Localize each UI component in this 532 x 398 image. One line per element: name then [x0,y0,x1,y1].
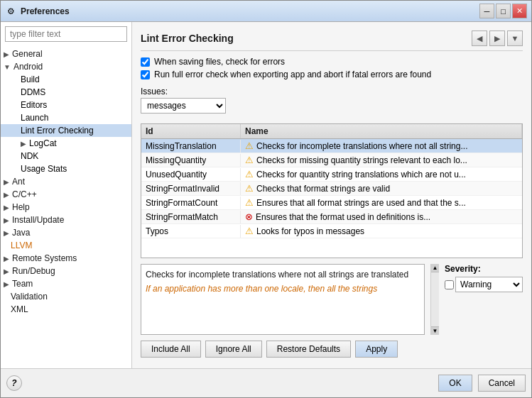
sidebar-item-remote-systems[interactable]: ▶ Remote Systems [1,252,131,265]
severity-panel: Severity: Warning Error Information Igno… [445,264,523,335]
cell-name-text: Checks for incomplete translations where… [256,141,467,151]
table-row[interactable]: StringFormatInvalid ⚠ Checks that format… [141,182,522,196]
warning-icon: ⚠ [245,169,254,179]
usage-stats-label: Usage Stats [21,164,67,174]
run-full-check-checkbox[interactable] [141,70,150,79]
table-row[interactable]: StringFormatCount ⚠ Ensures that all for… [141,196,522,210]
sidebar-item-ant[interactable]: ▶ Ant [1,175,131,188]
bottom-panel: Checks for incomplete translations where… [141,264,523,335]
apply-button[interactable]: Apply [355,341,398,358]
sb-top[interactable]: ▲ [431,264,439,272]
warning-icon: ⚠ [245,140,254,151]
cell-name: ⚠ Checks that format strings are valid [241,182,522,195]
filter-input[interactable] [5,26,127,42]
remote-label: Remote Systems [12,253,77,263]
table-row[interactable]: Typos ⚠ Looks for typos in messages [141,224,522,238]
cancel-button[interactable]: Cancel [478,375,526,392]
sb-bottom[interactable]: ▼ [431,326,439,335]
cell-name-text: Checks for missing quantity strings rele… [256,155,467,165]
ignore-all-button[interactable]: Ignore All [205,341,262,358]
restore-defaults-button[interactable]: Restore Defaults [266,341,351,358]
check-on-save-checkbox[interactable] [141,57,150,67]
sidebar-item-usage-stats[interactable]: Usage Stats [1,162,131,175]
issues-select[interactable]: messages [141,98,226,114]
sidebar-group-android: ▼ Android Build DDMS Editors Launch [1,60,131,175]
launch-label: Launch [21,113,48,123]
issues-label: Issues: [141,87,523,96]
sidebar-item-run-debug[interactable]: ▶ Run/Debug [1,265,131,277]
cell-id: UnusedQuantity [141,168,241,181]
help-area: ? [6,375,22,391]
llvm-label: LLVM [11,241,32,250]
table-row[interactable]: StringFormatMatch ⊗ Ensures that the for… [141,210,522,224]
cell-name-text: Checks that format strings are valid [256,184,390,194]
sidebar-item-help[interactable]: ▶ Help [1,201,131,214]
table-header: Id Name [141,124,522,139]
cell-name-text: Ensures that all format strings are used… [256,198,466,208]
preferences-window: ⚙ Preferences ─ □ ✕ ▶ General ▼ And [0,0,532,398]
issues-table: Id Name MissingTranslation ⚠ Checks for … [141,123,523,258]
table-row[interactable]: UnusedQuantity ⚠ Checks for quantity str… [141,167,522,182]
cell-id: StringFormatInvalid [141,182,241,195]
sidebar-item-logcat[interactable]: ▶ LogCat [1,137,131,150]
sidebar-item-editors[interactable]: Editors [1,99,131,111]
issues-select-wrapper: messages [141,98,523,119]
sidebar-item-launch[interactable]: Launch [1,111,131,124]
description-scrollbar[interactable]: ▲ ▼ [430,264,439,335]
back-button[interactable]: ◀ [472,31,487,46]
warning-icon: ⚠ [245,197,254,208]
severity-select[interactable]: Warning Error Information Ignore [455,277,523,292]
table-row[interactable]: MissingTranslation ⚠ Checks for incomple… [141,139,522,153]
cell-id: StringFormatCount [141,197,241,209]
tree: ▶ General ▼ Android Build DDMS [1,46,131,368]
sidebar: ▶ General ▼ Android Build DDMS [1,22,132,368]
sidebar-item-android[interactable]: ▼ Android [1,60,131,73]
dropdown-button[interactable]: ▼ [507,31,523,46]
forward-button[interactable]: ▶ [489,31,505,46]
sidebar-item-java[interactable]: ▶ Java [1,226,131,239]
expand-arrow-team: ▶ [4,280,9,288]
sidebar-item-validation[interactable]: Validation [1,290,131,303]
maximize-button[interactable]: □ [496,4,511,18]
run-full-check-row: Run full error check when exporting app … [141,70,523,79]
severity-checkbox[interactable] [445,280,454,289]
ant-label: Ant [12,177,25,187]
sidebar-item-cpp[interactable]: ▶ C/C++ [1,188,131,201]
close-button[interactable]: ✕ [512,4,527,18]
run-full-check-label: Run full error check when exporting app … [154,70,431,79]
sidebar-item-ddms[interactable]: DDMS [1,86,131,99]
col-name: Name [241,124,522,138]
expand-arrow-help: ▶ [4,204,9,211]
sidebar-item-general[interactable]: ▶ General [1,48,131,60]
sidebar-item-lint-error-checking[interactable]: Lint Error Checking [1,124,131,137]
ok-button[interactable]: OK [438,375,472,392]
xml-label: XML [11,304,28,314]
table-row[interactable]: MissingQuantity ⚠ Checks for missing qua… [141,153,522,167]
minimize-button[interactable]: ─ [479,4,494,18]
check-on-save-row: When saving files, check for errors [141,57,523,67]
description-main: Checks for incomplete translations where… [146,269,420,281]
sidebar-item-build[interactable]: Build [1,73,131,86]
expand-arrow-general: ▶ [4,50,9,58]
severity-select-wrapper: Warning Error Information Ignore [445,277,523,292]
cpp-label: C/C++ [12,189,37,199]
sidebar-item-xml[interactable]: XML [1,303,131,316]
main-area: ▶ General ▼ Android Build DDMS [1,22,531,368]
cell-id: Typos [141,225,241,238]
sb-track [431,272,439,326]
include-all-button[interactable]: Include All [141,341,201,358]
sidebar-item-install-update[interactable]: ▶ Install/Update [1,214,131,226]
table-body: MissingTranslation ⚠ Checks for incomple… [141,139,522,258]
sidebar-item-team[interactable]: ▶ Team [1,277,131,290]
cell-name-text: Ensures that the format used in definiti… [256,212,430,222]
ddms-label: DDMS [21,87,45,97]
expand-arrow-logcat: ▶ [21,140,26,148]
help-button[interactable]: ? [6,375,22,391]
help-label: Help [12,202,30,212]
cell-name: ⚠ Checks for missing quantity strings re… [241,153,522,167]
logcat-label: LogCat [29,138,57,148]
cell-name: ⚠ Checks for quantity string translation… [241,167,522,181]
team-label: Team [12,279,33,289]
sidebar-item-llvm[interactable]: LLVM [1,239,131,252]
sidebar-item-ndk[interactable]: NDK [1,150,131,162]
